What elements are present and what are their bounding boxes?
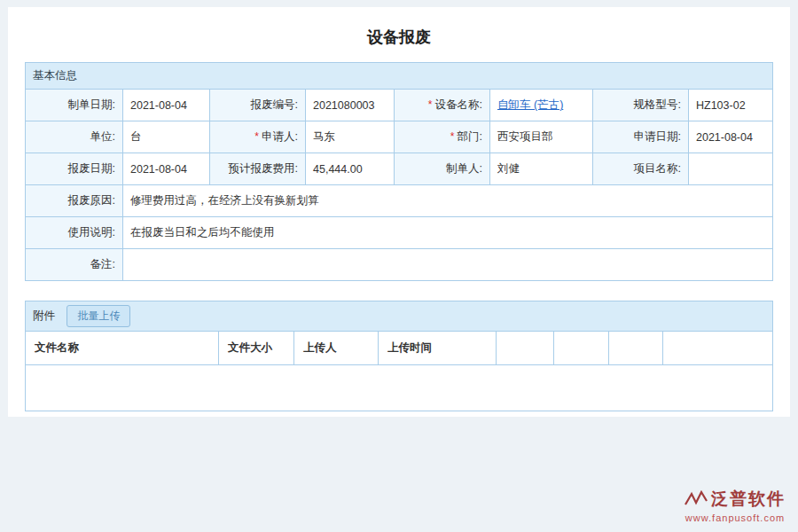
field-value-estimated-cost: 45,444.00 bbox=[306, 153, 395, 185]
field-value-scrap-date: 2021-08-04 bbox=[123, 153, 210, 185]
field-label-apply-date: 申请日期: bbox=[593, 121, 689, 153]
attachments-header-row: 文件名称 文件大小 上传人 上传时间 bbox=[26, 332, 773, 365]
attachments-header: 附件 批量上传 bbox=[26, 301, 773, 332]
form-panel: 设备报废 基本信息 制单日期: 2021-08-04 报废编号: 2021080… bbox=[8, 7, 790, 417]
field-value-creator: 刘健 bbox=[490, 153, 593, 185]
basic-info-header: 基本信息 bbox=[26, 63, 773, 90]
field-value-equipment-name: 自卸车 (芒古) bbox=[490, 90, 593, 121]
basic-info-row-5: 使用说明: 在报废当日和之后均不能使用 bbox=[26, 217, 773, 249]
field-value-apply-date: 2021-08-04 bbox=[689, 121, 773, 153]
field-value-remark bbox=[123, 249, 773, 281]
field-value-spec-model: HZ103-02 bbox=[689, 90, 773, 121]
basic-info-row-3: 报废日期: 2021-08-04 预计报废费用: 45,444.00 制单人: … bbox=[26, 153, 773, 185]
field-value-scrap-no: 2021080003 bbox=[306, 90, 395, 121]
field-label-scrap-reason: 报废原因: bbox=[26, 185, 123, 217]
column-header-uploader: 上传人 bbox=[294, 332, 379, 365]
field-value-scrap-reason: 修理费用过高，在经济上没有换新划算 bbox=[123, 185, 773, 217]
field-value-usage-note: 在报废当日和之后均不能使用 bbox=[123, 217, 773, 249]
column-header-file-size: 文件大小 bbox=[219, 332, 294, 365]
field-value-department: 西安项目部 bbox=[490, 121, 593, 153]
field-label-department: *部门: bbox=[395, 121, 490, 153]
required-asterisk: * bbox=[428, 98, 433, 111]
brand-website: www.fanpusoft.com bbox=[685, 512, 786, 523]
brand-name: 泛普软件 bbox=[711, 488, 786, 511]
field-label-remark: 备注: bbox=[26, 249, 123, 281]
field-value-applicant: 马东 bbox=[306, 121, 395, 153]
field-label-spec-model: 规格型号: bbox=[593, 90, 689, 121]
attachments-table: 附件 批量上传 文件名称 文件大小 上传人 上传时间 bbox=[25, 301, 773, 411]
field-label-project-name: 项目名称: bbox=[593, 153, 689, 185]
field-value-project-name bbox=[689, 153, 773, 185]
batch-upload-button[interactable]: 批量上传 bbox=[66, 305, 130, 327]
column-header-file-name: 文件名称 bbox=[26, 332, 219, 365]
field-label-applicant: *申请人: bbox=[210, 121, 306, 153]
required-asterisk: * bbox=[450, 130, 455, 143]
attachments-section-title: 附件 bbox=[33, 309, 55, 322]
attachments-empty-row bbox=[26, 365, 773, 411]
column-header-empty-2 bbox=[554, 332, 609, 365]
field-label-unit: 单位: bbox=[26, 121, 123, 153]
page-title: 设备报废 bbox=[8, 7, 790, 62]
field-label-department-text: 部门: bbox=[458, 130, 482, 143]
attachments-empty-area bbox=[26, 365, 773, 411]
basic-info-row-6: 备注: bbox=[26, 249, 773, 281]
column-header-empty-1 bbox=[497, 332, 554, 365]
fanpu-logo: 泛普软件 www.fanpusoft.com bbox=[685, 488, 786, 523]
column-header-empty-3 bbox=[609, 332, 663, 365]
basic-info-table: 基本信息 制单日期: 2021-08-04 报废编号: 2021080003 *… bbox=[25, 62, 773, 281]
field-value-unit: 台 bbox=[123, 121, 210, 153]
basic-info-row-4: 报废原因: 修理费用过高，在经济上没有换新划算 bbox=[26, 185, 773, 217]
equipment-name-link[interactable]: 自卸车 (芒古) bbox=[497, 98, 563, 111]
field-label-order-date: 制单日期: bbox=[26, 90, 123, 121]
field-label-applicant-text: 申请人: bbox=[262, 130, 298, 143]
basic-info-row-2: 单位: 台 *申请人: 马东 *部门: 西安项目部 申请日期: 2021-08-… bbox=[26, 121, 773, 153]
field-label-equipment-name: *设备名称: bbox=[395, 90, 490, 121]
basic-info-row-1: 制单日期: 2021-08-04 报废编号: 2021080003 *设备名称:… bbox=[26, 90, 773, 121]
field-label-estimated-cost: 预计报废费用: bbox=[210, 153, 306, 185]
fanpu-logo-icon bbox=[685, 490, 708, 508]
column-header-empty-4 bbox=[663, 332, 773, 365]
required-asterisk: * bbox=[254, 130, 259, 143]
field-label-usage-note: 使用说明: bbox=[26, 217, 123, 249]
field-value-order-date: 2021-08-04 bbox=[123, 90, 210, 121]
field-label-scrap-no: 报废编号: bbox=[210, 90, 306, 121]
field-label-scrap-date: 报废日期: bbox=[26, 153, 123, 185]
column-header-upload-time: 上传时间 bbox=[379, 332, 497, 365]
field-label-equipment-name-text: 设备名称: bbox=[435, 98, 482, 111]
attachments-section: 附件 批量上传 文件名称 文件大小 上传人 上传时间 bbox=[25, 301, 773, 411]
basic-info-section: 基本信息 制单日期: 2021-08-04 报废编号: 2021080003 *… bbox=[25, 62, 773, 281]
field-label-creator: 制单人: bbox=[395, 153, 490, 185]
